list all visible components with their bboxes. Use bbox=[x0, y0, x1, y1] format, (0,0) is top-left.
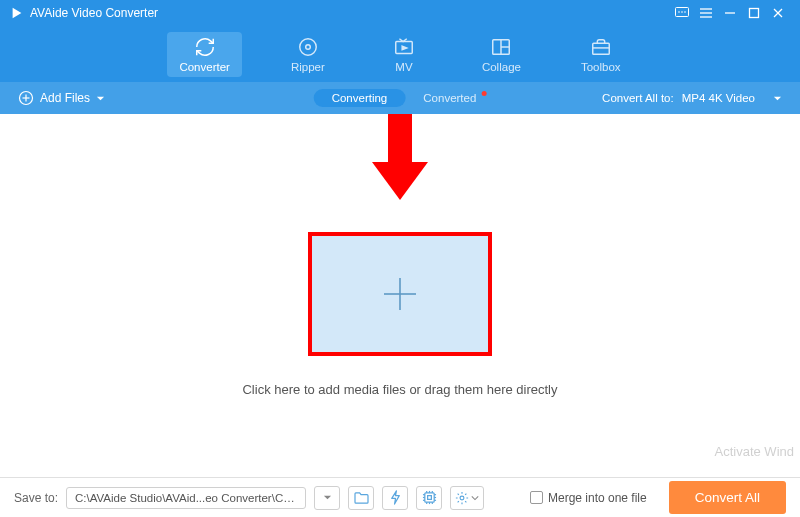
merge-checkbox[interactable]: Merge into one file bbox=[530, 491, 647, 505]
svg-marker-24 bbox=[97, 96, 104, 100]
lightning-icon bbox=[389, 490, 402, 505]
menu-icon[interactable] bbox=[694, 4, 718, 22]
svg-marker-15 bbox=[402, 46, 407, 50]
footer-bar: Save to: C:\AVAide Studio\AVAid...eo Con… bbox=[0, 477, 800, 517]
converter-icon bbox=[194, 36, 216, 58]
open-folder-button[interactable] bbox=[348, 486, 374, 510]
svg-point-46 bbox=[460, 496, 464, 500]
ripper-icon bbox=[297, 36, 319, 58]
nav-label: Converter bbox=[179, 61, 230, 73]
boost-button[interactable] bbox=[382, 486, 408, 510]
nav-mv[interactable]: MV bbox=[374, 32, 434, 77]
nav-label: Ripper bbox=[291, 61, 325, 73]
notification-dot-icon bbox=[481, 91, 486, 96]
chevron-down-icon bbox=[471, 494, 479, 502]
mv-icon bbox=[393, 36, 415, 58]
save-path-field[interactable]: C:\AVAide Studio\AVAid...eo Converter\Co… bbox=[66, 487, 306, 509]
svg-rect-33 bbox=[427, 496, 431, 500]
svg-rect-26 bbox=[388, 114, 412, 162]
svg-marker-25 bbox=[774, 96, 781, 100]
app-title: AVAide Video Converter bbox=[30, 6, 670, 20]
minimize-button[interactable] bbox=[718, 4, 742, 22]
convert-all-to-selector[interactable]: Convert All to: MP4 4K Video bbox=[602, 92, 782, 104]
folder-icon bbox=[354, 491, 369, 504]
svg-marker-30 bbox=[323, 496, 330, 500]
svg-rect-32 bbox=[424, 493, 433, 502]
gpu-accel-button[interactable] bbox=[416, 486, 442, 510]
add-files-label: Add Files bbox=[40, 91, 90, 105]
chip-icon bbox=[422, 490, 437, 505]
svg-point-2 bbox=[678, 11, 680, 13]
main-nav: Converter Ripper MV Collage Toolbox bbox=[0, 26, 800, 82]
toolbox-icon bbox=[590, 36, 612, 58]
feedback-icon[interactable] bbox=[670, 4, 694, 22]
path-dropdown-button[interactable] bbox=[314, 486, 340, 510]
add-media-dropzone[interactable] bbox=[312, 236, 488, 352]
merge-label: Merge into one file bbox=[548, 491, 647, 505]
annotation-arrow-icon bbox=[372, 114, 428, 204]
nav-converter[interactable]: Converter bbox=[167, 32, 242, 77]
svg-rect-9 bbox=[750, 9, 759, 18]
svg-marker-31 bbox=[391, 491, 399, 504]
format-value: MP4 4K Video bbox=[682, 92, 755, 104]
tab-converted-label: Converted bbox=[419, 89, 480, 107]
svg-point-4 bbox=[684, 11, 686, 13]
maximize-button[interactable] bbox=[742, 4, 766, 22]
svg-marker-27 bbox=[372, 162, 428, 200]
title-bar: AVAide Video Converter bbox=[0, 0, 800, 26]
os-watermark: Activate Wind bbox=[715, 444, 794, 459]
gear-icon bbox=[455, 491, 469, 505]
add-files-button[interactable]: Add Files bbox=[18, 90, 105, 106]
collage-icon bbox=[490, 36, 512, 58]
svg-marker-0 bbox=[13, 8, 22, 19]
chevron-down-icon bbox=[323, 493, 332, 502]
svg-rect-19 bbox=[592, 43, 609, 54]
checkbox-icon bbox=[530, 491, 543, 504]
settings-button[interactable] bbox=[450, 486, 484, 510]
convert-all-to-label: Convert All to: bbox=[602, 92, 674, 104]
tab-converted[interactable]: Converted bbox=[419, 91, 486, 105]
nav-ripper[interactable]: Ripper bbox=[278, 32, 338, 77]
sub-toolbar: Add Files Converting Converted Convert A… bbox=[0, 82, 800, 114]
save-to-label: Save to: bbox=[14, 491, 58, 505]
nav-label: Collage bbox=[482, 61, 521, 73]
chevron-down-icon bbox=[773, 94, 782, 103]
status-tabs: Converting Converted bbox=[314, 89, 487, 107]
nav-label: MV bbox=[395, 61, 412, 73]
nav-label: Toolbox bbox=[581, 61, 621, 73]
tab-converting[interactable]: Converting bbox=[314, 89, 406, 107]
plus-icon bbox=[382, 276, 418, 312]
svg-point-13 bbox=[306, 44, 311, 49]
svg-point-3 bbox=[681, 11, 683, 13]
plus-circle-icon bbox=[18, 90, 34, 106]
svg-point-12 bbox=[300, 38, 317, 55]
nav-toolbox[interactable]: Toolbox bbox=[569, 32, 633, 77]
nav-collage[interactable]: Collage bbox=[470, 32, 533, 77]
main-area: Click here to add media files or drag th… bbox=[0, 114, 800, 477]
dropzone-hint: Click here to add media files or drag th… bbox=[242, 382, 557, 397]
app-logo-icon bbox=[10, 6, 24, 20]
close-button[interactable] bbox=[766, 4, 790, 22]
annotation-highlight-box bbox=[308, 232, 492, 356]
convert-all-button[interactable]: Convert All bbox=[669, 481, 786, 514]
chevron-down-icon bbox=[96, 94, 105, 103]
